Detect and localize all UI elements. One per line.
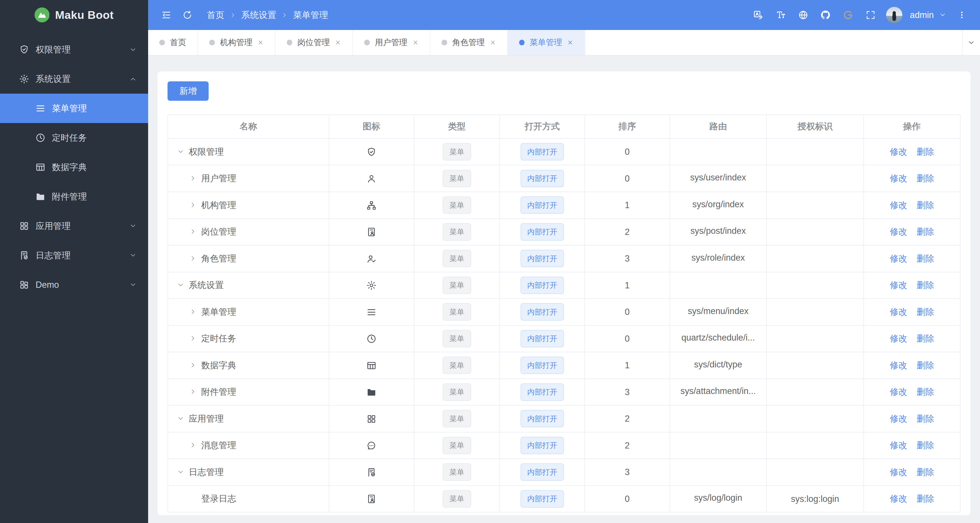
close-icon[interactable] bbox=[335, 40, 341, 46]
sidebar-item-dict[interactable]: 数据字典 bbox=[0, 152, 148, 182]
caret-down-icon[interactable] bbox=[177, 468, 185, 476]
tab-机构管理[interactable]: 机构管理 bbox=[198, 30, 275, 55]
sort-cell: 3 bbox=[585, 245, 670, 272]
caret-right-icon[interactable] bbox=[189, 174, 197, 182]
edit-link[interactable]: 修改 bbox=[890, 360, 907, 370]
edit-link[interactable]: 修改 bbox=[890, 307, 907, 317]
auth-cell bbox=[767, 139, 864, 165]
tab-用户管理[interactable]: 用户管理 bbox=[353, 30, 430, 55]
delete-link[interactable]: 删除 bbox=[916, 440, 934, 450]
sidebar-item-demo[interactable]: Demo bbox=[0, 270, 148, 300]
edit-link[interactable]: 修改 bbox=[890, 147, 907, 156]
add-button[interactable]: 新增 bbox=[167, 81, 209, 101]
translate-button[interactable] bbox=[749, 6, 768, 24]
gear-icon bbox=[366, 280, 377, 291]
edit-link[interactable]: 修改 bbox=[890, 280, 907, 290]
caret-right-icon[interactable] bbox=[189, 442, 197, 449]
tab-dropdown-button[interactable] bbox=[962, 30, 980, 55]
caret-down-icon[interactable] bbox=[939, 11, 946, 19]
sidebar-item-label: 附件管理 bbox=[52, 191, 137, 203]
tab-菜单管理[interactable]: 菜单管理 bbox=[508, 30, 585, 55]
delete-link[interactable]: 删除 bbox=[916, 307, 934, 317]
column-header: 排序 bbox=[585, 115, 670, 139]
sidebar-item-log[interactable]: 日志管理 bbox=[0, 241, 148, 270]
edit-link[interactable]: 修改 bbox=[890, 414, 907, 423]
delete-link[interactable]: 删除 bbox=[916, 333, 934, 343]
edit-link[interactable]: 修改 bbox=[890, 440, 907, 450]
more-menu-button[interactable] bbox=[953, 6, 971, 24]
breadcrumb-item[interactable]: 首页 bbox=[207, 9, 224, 21]
collapse-menu-button[interactable] bbox=[157, 6, 176, 24]
ops-cell: 修改删除 bbox=[864, 459, 961, 486]
tab-首页[interactable]: 首页 bbox=[148, 30, 198, 55]
app-logo[interactable]: Maku Boot bbox=[0, 0, 148, 30]
open-type-tag: 内部打开 bbox=[520, 250, 564, 267]
delete-link[interactable]: 删除 bbox=[916, 360, 934, 370]
globe-icon bbox=[798, 10, 808, 20]
caret-down-icon[interactable] bbox=[177, 281, 185, 289]
close-icon[interactable] bbox=[567, 40, 573, 46]
caret-down-icon[interactable] bbox=[177, 148, 185, 155]
caret-right-icon[interactable] bbox=[189, 255, 197, 262]
user-name[interactable]: admin bbox=[910, 10, 934, 20]
menu-name: 定时任务 bbox=[201, 333, 236, 343]
github-button[interactable] bbox=[816, 6, 835, 24]
ops-cell: 修改删除 bbox=[864, 432, 961, 459]
caret-right-icon[interactable] bbox=[189, 201, 197, 209]
delete-link[interactable]: 删除 bbox=[916, 414, 934, 423]
menu-lines-icon bbox=[366, 307, 377, 317]
sidebar-item-schedule[interactable]: 定时任务 bbox=[0, 123, 148, 152]
refresh-button[interactable] bbox=[178, 6, 197, 24]
sidebar-item-auth[interactable]: 权限管理 bbox=[0, 35, 148, 65]
edit-link[interactable]: 修改 bbox=[890, 200, 907, 210]
edit-link[interactable]: 修改 bbox=[890, 387, 907, 397]
breadcrumb-item[interactable]: 系统设置 bbox=[241, 9, 276, 21]
edit-link[interactable]: 修改 bbox=[890, 467, 907, 477]
delete-link[interactable]: 删除 bbox=[916, 200, 934, 210]
edit-link[interactable]: 修改 bbox=[890, 333, 907, 343]
fullscreen-button[interactable] bbox=[861, 6, 880, 24]
open-type-tag: 内部打开 bbox=[520, 330, 564, 348]
delete-link[interactable]: 删除 bbox=[916, 227, 934, 236]
avatar[interactable] bbox=[886, 7, 902, 23]
sidebar-item-system[interactable]: 系统设置 bbox=[0, 65, 148, 94]
delete-link[interactable]: 删除 bbox=[916, 280, 934, 290]
sitemap-icon bbox=[366, 200, 377, 211]
gitee-button[interactable] bbox=[839, 6, 858, 24]
edit-link[interactable]: 修改 bbox=[890, 494, 907, 503]
globe-button[interactable] bbox=[794, 6, 813, 24]
sidebar-item-attachment[interactable]: 附件管理 bbox=[0, 182, 148, 211]
sidebar-item-menu[interactable]: 菜单管理 bbox=[0, 94, 148, 123]
caret-right-icon[interactable] bbox=[189, 308, 197, 316]
delete-link[interactable]: 删除 bbox=[916, 254, 934, 263]
breadcrumb-item[interactable]: 菜单管理 bbox=[293, 9, 328, 21]
translate-icon bbox=[753, 10, 764, 20]
caret-down-icon[interactable] bbox=[177, 415, 185, 422]
edit-link[interactable]: 修改 bbox=[890, 254, 907, 263]
delete-link[interactable]: 删除 bbox=[916, 467, 934, 477]
caret-right-icon[interactable] bbox=[189, 228, 197, 235]
delete-link[interactable]: 删除 bbox=[916, 387, 934, 397]
edit-link[interactable]: 修改 bbox=[890, 227, 907, 236]
sidebar: Maku Boot 权限管理系统设置菜单管理定时任务数据字典附件管理应用管理日志… bbox=[0, 0, 148, 523]
close-icon[interactable] bbox=[258, 40, 264, 46]
sort-cell: 0 bbox=[585, 486, 670, 512]
open-type-tag: 内部打开 bbox=[520, 223, 564, 241]
close-icon[interactable] bbox=[490, 40, 496, 46]
font-size-button[interactable] bbox=[772, 6, 790, 24]
tab-角色管理[interactable]: 角色管理 bbox=[430, 30, 508, 55]
delete-link[interactable]: 删除 bbox=[916, 147, 934, 156]
caret-right-icon[interactable] bbox=[189, 335, 197, 342]
type-cell: 菜单 bbox=[414, 405, 500, 432]
delete-link[interactable]: 删除 bbox=[916, 173, 934, 183]
caret-right-icon[interactable] bbox=[189, 362, 197, 369]
route-value: sys/user/index bbox=[690, 172, 746, 182]
edit-link[interactable]: 修改 bbox=[890, 173, 907, 183]
delete-link[interactable]: 删除 bbox=[916, 494, 934, 503]
open-type-cell: 内部打开 bbox=[500, 432, 585, 459]
caret-right-icon[interactable] bbox=[189, 388, 197, 395]
route-cell: sys/menu/index bbox=[670, 298, 767, 325]
tab-岗位管理[interactable]: 岗位管理 bbox=[275, 30, 353, 55]
close-icon[interactable] bbox=[412, 40, 418, 46]
sidebar-item-app[interactable]: 应用管理 bbox=[0, 211, 148, 241]
